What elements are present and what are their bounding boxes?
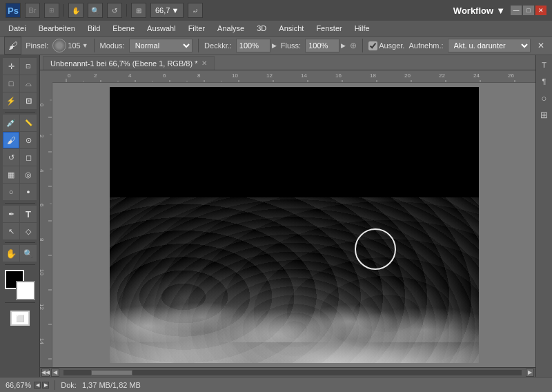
svg-text:4: 4 — [40, 169, 45, 173]
minimize-button[interactable]: — — [511, 6, 522, 15]
rotate-canvas-icon[interactable]: ⤾ — [188, 3, 203, 18]
maximize-button[interactable]: □ — [523, 6, 534, 15]
quick-select-tool[interactable]: ⚡ — [3, 92, 19, 109]
rotate-icon[interactable]: ↺ — [107, 3, 122, 18]
modus-dropdown[interactable]: Normal Multiplizieren Aufhellen — [129, 39, 193, 52]
layers-panel-btn[interactable]: ⊞ — [538, 108, 551, 121]
marquee-tool[interactable]: □ — [3, 75, 19, 92]
deckkr-input[interactable] — [236, 39, 270, 52]
airbrush-btn[interactable]: ⊕ — [350, 41, 357, 50]
dodge-tool[interactable]: ○ — [3, 184, 19, 200]
stamp-tool[interactable]: ⊙ — [20, 132, 37, 148]
menu-3d[interactable]: 3D — [251, 23, 272, 34]
tab-close-btn[interactable]: ✕ — [201, 59, 207, 67]
zoom-tool-icon[interactable]: 🔍 — [88, 3, 103, 18]
pen-tool[interactable]: ✒ — [3, 206, 19, 222]
tool-sep-4 — [5, 264, 35, 265]
path-select-tool[interactable]: ↖ — [3, 223, 19, 239]
opt-div1 — [94, 39, 95, 52]
history-brush-tool[interactable]: ↺ — [3, 149, 19, 166]
background-color[interactable] — [16, 281, 35, 300]
menu-bild[interactable]: Bild — [82, 23, 106, 34]
titlebar-controls: Workflow ▼ — □ ✕ — [453, 6, 546, 16]
menu-ebene[interactable]: Ebene — [107, 23, 140, 34]
pinsel-label: Pinsel: — [26, 41, 48, 50]
workflow-button[interactable]: Workflow ▼ — [453, 6, 505, 16]
menu-analyse[interactable]: Analyse — [212, 23, 250, 34]
burn-tool[interactable]: ● — [20, 184, 37, 200]
zoom-up-btn[interactable]: ▶ — [42, 382, 49, 389]
svg-text:14: 14 — [40, 338, 45, 344]
eraser-tool[interactable]: ◻ — [20, 149, 37, 166]
move-tool[interactable]: ✛ — [3, 58, 19, 75]
canvas-image[interactable] — [110, 87, 479, 363]
crop-tool[interactable]: ⊡ — [20, 92, 37, 109]
mini-bridge-icon[interactable]: ⊞ — [44, 3, 59, 18]
circle-panel-btn[interactable]: ○ — [538, 91, 551, 105]
prev-btn[interactable]: ◀ — [51, 369, 59, 377]
deckkr-label: Deckkr.: — [204, 41, 232, 50]
ruler-tool[interactable]: 📏 — [20, 115, 37, 131]
ausger-checkbox[interactable] — [368, 41, 377, 50]
quick-mask-button[interactable]: ⬜ — [10, 309, 30, 327]
lasso-tool[interactable]: ⌓ — [20, 75, 37, 92]
canvas-area: Unbenannt-1 bei 66,7% (Ebene 1, RGB/8) *… — [40, 55, 535, 377]
h-scrollbar[interactable]: ◀◀ ◀ ▶ — [40, 367, 535, 377]
zoom-value: 66,67% — [6, 381, 31, 389]
gradient-tool[interactable]: ▦ — [3, 166, 19, 183]
tool-row-6: ↺ ◻ — [3, 149, 37, 166]
blur-tool[interactable]: ◎ — [20, 166, 37, 183]
canvas-scroll[interactable] — [52, 83, 535, 367]
menu-datei[interactable]: Datei — [3, 23, 32, 34]
menu-filter[interactable]: Filter — [183, 23, 210, 34]
deckkr-arrow[interactable]: ▶ — [272, 42, 277, 49]
zoom-tool[interactable]: 🔍 — [20, 245, 37, 262]
opt-div2 — [198, 39, 199, 52]
type-tool[interactable]: T — [20, 206, 37, 222]
fluss-arrow[interactable]: ▶ — [341, 42, 346, 49]
next-btn[interactable]: ▶ — [526, 369, 534, 377]
brush-size: 105 — [68, 41, 80, 50]
text-tool-panel-btn[interactable]: T — [538, 58, 551, 72]
eyedropper-tool[interactable]: 💉 — [3, 115, 19, 131]
close-button[interactable]: ✕ — [535, 6, 546, 15]
fluss-input[interactable] — [305, 39, 339, 52]
brush-preview[interactable] — [52, 39, 66, 52]
ps-app-icon[interactable]: Ps — [6, 3, 21, 18]
color-swatches — [5, 270, 35, 300]
menu-hilfe[interactable]: Hilfe — [349, 23, 375, 34]
menu-auswahl[interactable]: Auswahl — [141, 23, 181, 34]
deckkr-control: ▶ — [236, 39, 277, 52]
svg-text:24: 24 — [473, 72, 480, 79]
h-scroll-thumb[interactable] — [91, 370, 132, 375]
current-tool-icon[interactable]: 🖌 — [4, 37, 21, 55]
settings-icon-btn[interactable]: ✕ — [535, 39, 548, 52]
hand-tool[interactable]: ✋ — [3, 245, 19, 262]
paragraph-tool-panel-btn[interactable]: ¶ — [538, 75, 551, 88]
nav-arrows: ◀◀ ◀ — [41, 369, 59, 377]
svg-rect-0 — [52, 70, 535, 83]
brush-tool[interactable]: 🖌 — [3, 132, 19, 148]
h-scroll-track[interactable] — [63, 370, 522, 375]
shape-tool[interactable]: ◇ — [20, 223, 37, 239]
menu-fenster[interactable]: Fenster — [310, 23, 347, 34]
brush-dropdown-arrow: ▼ — [82, 42, 88, 49]
menu-bearbeiten[interactable]: Bearbeiten — [33, 23, 81, 34]
status-bar: 66,67% ◀ ▶ Dok: 1,37 MB/1,82 MB — [0, 377, 552, 392]
prev-frame-btn[interactable]: ◀◀ — [41, 369, 50, 377]
hand-tool-icon[interactable]: ✋ — [68, 3, 83, 18]
tool-sep-1 — [5, 112, 35, 112]
menu-ansicht[interactable]: Ansicht — [273, 23, 309, 34]
svg-text:2: 2 — [40, 135, 45, 138]
aufnehm-dropdown[interactable]: Akt. u. darunter Alle Ebenen Aktuelle Eb… — [448, 39, 531, 52]
tool-row-8: ○ ● — [3, 184, 37, 200]
br-icon[interactable]: Br — [25, 3, 40, 18]
grid-icon[interactable]: ⊞ — [131, 3, 146, 18]
brush-picker[interactable]: 105 ▼ — [52, 39, 88, 52]
canvas-wrapper: 0 2 4 6 8 10 12 14 — [40, 70, 535, 367]
artboard-tool[interactable]: ⊡ — [20, 58, 37, 75]
zoom-level[interactable]: 66,7 ▼ — [150, 3, 184, 18]
canvas-tab[interactable]: Unbenannt-1 bei 66,7% (Ebene 1, RGB/8) *… — [43, 56, 215, 70]
zoom-down-btn[interactable]: ◀ — [34, 382, 41, 389]
canvas-content[interactable] — [110, 87, 479, 363]
